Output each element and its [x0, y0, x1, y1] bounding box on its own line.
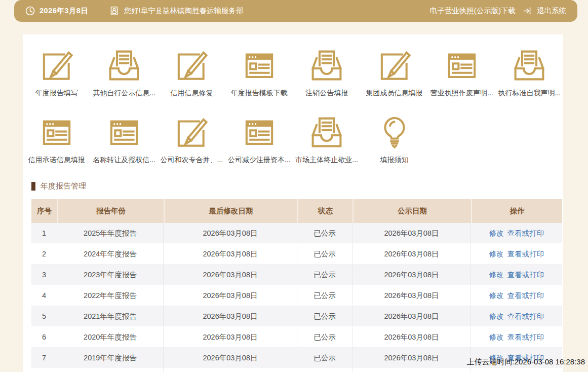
table-row: 1 2025年年度报告 2026年03月08日 已公示 2026年03月08日 …: [31, 223, 562, 244]
cell-status: 已公示: [297, 327, 352, 348]
shortcut-label: 其他自行公示信息...: [93, 89, 155, 98]
shortcut-item[interactable]: 信用承诺信息填报: [23, 114, 90, 166]
edit-icon: [376, 47, 413, 84]
topbar-right: 电子营业执照(公示版)下载 退出系统: [430, 6, 566, 16]
cell-no: 3: [31, 265, 57, 285]
cell-actions: 修改查看或打印: [471, 223, 562, 244]
view-print-link[interactable]: 查看或打印: [507, 291, 544, 300]
cell-actions: 修改查看或打印: [471, 285, 562, 306]
license-download-link[interactable]: 电子营业执照(公示版)下载: [430, 6, 516, 16]
cell-year: 2024年年度报告: [57, 244, 164, 265]
shortcut-item[interactable]: 注销公告填报: [293, 47, 361, 99]
cell-year: 2021年年度报告: [57, 306, 164, 327]
view-print-link[interactable]: 查看或打印: [507, 229, 544, 237]
date-group: 2026年3月8日: [25, 6, 88, 16]
column-header: 操作: [471, 199, 562, 223]
shortcut-item[interactable]: 市场主体终止歇业...: [293, 114, 361, 166]
shortcut-label: 注销公告填报: [305, 89, 348, 98]
table-row: 4 2022年年度报告 2026年03月08日 已公示 2026年03月08日 …: [31, 285, 562, 306]
modify-link[interactable]: 修改: [489, 312, 504, 320]
shortcut-item[interactable]: 执行标准自我声明...: [496, 47, 563, 99]
shortcut-item[interactable]: 其他自行公示信息...: [90, 47, 158, 99]
modify-link[interactable]: 修改: [489, 229, 504, 237]
logout-icon: [523, 6, 532, 16]
cell-publish: 2026年03月08日: [352, 348, 471, 368]
cell-no: 7: [31, 348, 57, 368]
shortcut-grid: 年度报告填写 其他自行公示信息... 信用信息修复 年度报告模板下载: [23, 34, 563, 166]
cell-modified: 2026年03月08日: [164, 285, 297, 306]
modify-link[interactable]: 修改: [489, 333, 504, 341]
shortcut-label: 集团成员信息填报: [366, 89, 423, 98]
column-header: 报告年份: [57, 199, 164, 223]
cell-modified: 2026年03月08日: [164, 306, 297, 327]
cell-actions: 修改查看或打印: [471, 306, 562, 327]
shortcut-label: 公司和农专合并、...: [161, 156, 223, 165]
column-header: 最后修改日期: [164, 199, 297, 223]
shortcut-label: 名称转让及授权信...: [93, 156, 155, 165]
cell-modified: 2026年03月08日: [164, 348, 297, 368]
cell-year: 2019年年度报告: [57, 348, 164, 368]
inbox-icon: [308, 114, 345, 151]
shortcut-label: 信用信息修复: [170, 89, 213, 98]
user-greeting: 您好!阜宁县益林镇陶胜春运输服务部: [124, 6, 243, 16]
cell-publish: 2026年03月08日: [352, 285, 471, 306]
cell-year: 2020年年度报告: [57, 327, 164, 348]
cell-publish: 2026年03月08日: [352, 306, 471, 327]
shortcut-item[interactable]: 名称转让及授权信...: [90, 114, 158, 166]
main-card: 年度报告填写 其他自行公示信息... 信用信息修复 年度报告模板下载: [23, 34, 563, 372]
cell-no: 2: [31, 244, 57, 265]
edit-icon: [38, 47, 75, 84]
cell-status: 已公示: [297, 223, 352, 244]
view-print-link[interactable]: 查看或打印: [507, 271, 544, 279]
edit-icon: [173, 47, 210, 84]
cell-modified: 2026年03月08日: [164, 244, 297, 265]
cell-publish: 2026年03月08日: [352, 327, 471, 348]
column-header: 状态: [297, 199, 352, 223]
modify-link[interactable]: 修改: [489, 291, 504, 300]
cell-status: 已公示: [297, 244, 352, 265]
shortcut-item[interactable]: 营业执照作废声明...: [428, 47, 495, 99]
table-row: [31, 368, 562, 372]
cell-status: [297, 368, 352, 372]
shortcut-item[interactable]: 信用信息修复: [158, 47, 225, 99]
inbox-icon: [105, 47, 143, 84]
cell-modified: 2026年03月08日: [164, 327, 297, 348]
modify-link[interactable]: 修改: [489, 271, 504, 279]
section-title: 年度报告管理: [41, 181, 86, 191]
shortcut-item[interactable]: 公司减少注册资本...: [225, 114, 293, 166]
cell-no: 1: [31, 223, 57, 244]
form-icon: [38, 114, 75, 151]
cell-publish: 2026年03月08日: [352, 244, 471, 265]
shortcut-item[interactable]: 公司和农专合并、...: [158, 114, 225, 166]
view-print-link[interactable]: 查看或打印: [507, 333, 544, 341]
shortcut-label: 公司减少注册资本...: [228, 156, 291, 165]
view-print-link[interactable]: 查看或打印: [507, 312, 544, 320]
cell-no: 5: [31, 306, 57, 327]
cell-no: [31, 368, 57, 372]
shortcut-item[interactable]: 集团成员信息填报: [361, 47, 428, 99]
annual-report-table: 序号报告年份最后修改日期状态公示日期操作 1 2025年年度报告 2026年03…: [31, 199, 562, 372]
shortcut-item[interactable]: 填报须知: [361, 114, 428, 166]
logout-button[interactable]: 退出系统: [523, 6, 566, 16]
cell-status: 已公示: [297, 306, 352, 327]
section-bullet: [31, 182, 35, 191]
modify-link[interactable]: 修改: [489, 250, 504, 258]
cell-modified: 2026年03月08日: [164, 223, 297, 244]
form-icon: [105, 114, 143, 151]
shortcut-label: 市场主体终止歇业...: [295, 156, 358, 165]
cell-publish: 2026年03月08日: [352, 265, 471, 285]
shortcut-item[interactable]: 年度报告模板下载: [225, 47, 293, 99]
cell-no: 6: [31, 327, 57, 348]
shortcut-item[interactable]: 年度报告填写: [23, 47, 90, 99]
shortcut-label: 年度报告填写: [35, 89, 78, 98]
table-row: 2 2024年年度报告 2026年03月08日 已公示 2026年03月08日 …: [31, 244, 562, 265]
column-header: 序号: [31, 199, 57, 223]
column-header: 公示日期: [352, 199, 471, 223]
cell-status: 已公示: [297, 265, 352, 285]
table-header-row: 序号报告年份最后修改日期状态公示日期操作: [31, 199, 562, 223]
view-print-link[interactable]: 查看或打印: [507, 250, 544, 258]
user-badge-icon: [109, 6, 119, 16]
clock-icon: [25, 6, 35, 16]
cell-publish: 2026年03月08日: [352, 223, 471, 244]
form-icon: [241, 114, 278, 151]
